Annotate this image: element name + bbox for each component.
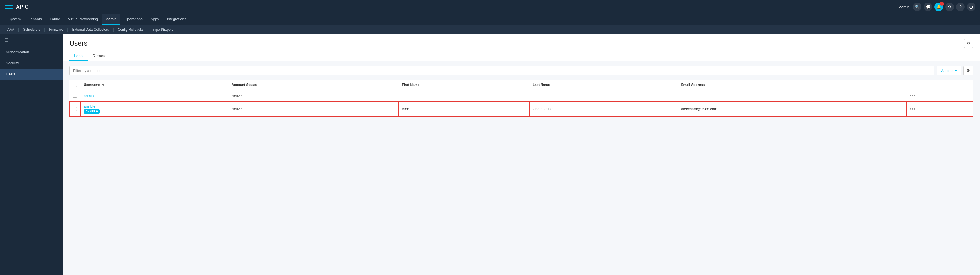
- sub-nav: AAA | Schedulers | Firmware | External D…: [0, 25, 980, 34]
- subnav-sep-2: |: [44, 28, 45, 32]
- nav-operations[interactable]: Operations: [120, 14, 146, 25]
- filter-input[interactable]: [70, 66, 934, 75]
- hamburger-icon[interactable]: ☰: [0, 34, 63, 46]
- help-icon-btn[interactable]: ?: [956, 3, 965, 11]
- nav-fabric[interactable]: Fabric: [46, 14, 64, 25]
- th-account-status: Account Status: [228, 80, 398, 90]
- row-lastname-cell: [529, 90, 678, 101]
- nav-integrations[interactable]: Integrations: [163, 14, 190, 25]
- row-checkbox[interactable]: [73, 94, 77, 98]
- top-bar-left: APIC: [5, 4, 29, 10]
- filter-bar: Actions ▾ ⚙: [70, 66, 973, 75]
- row-menu-icon[interactable]: •••: [910, 93, 916, 98]
- nav-tenants[interactable]: Tenants: [25, 14, 46, 25]
- row-lastname-cell: Chamberlain: [529, 101, 678, 117]
- table-area: Actions ▾ ⚙ Username ⇅: [63, 61, 980, 121]
- nav-apps[interactable]: Apps: [146, 14, 163, 25]
- subnav-firmware[interactable]: Firmware: [46, 25, 66, 34]
- table-header-row: Username ⇅ Account Status First Name Las…: [70, 80, 973, 90]
- row-status-cell: Active: [228, 101, 398, 117]
- notif-badge: 4: [940, 2, 944, 6]
- row-menu-cell: •••: [907, 90, 973, 101]
- th-last-name-label: Last Name: [533, 83, 550, 87]
- table-body: admin Active: [70, 90, 973, 117]
- select-all-checkbox[interactable]: [73, 83, 77, 87]
- subnav-schedulers[interactable]: Schedulers: [20, 25, 43, 34]
- th-checkbox: [70, 80, 80, 90]
- row-checkbox[interactable]: [73, 107, 77, 111]
- th-first-name-label: First Name: [402, 83, 420, 87]
- table-row: admin Active: [70, 90, 973, 101]
- row-menu-cell: •••: [907, 101, 973, 117]
- user-link-admin[interactable]: admin: [84, 94, 94, 98]
- page-title: Users: [70, 39, 88, 47]
- ansible-role-badge: ANSIBLE: [84, 109, 100, 114]
- page-header-top: Users ↻: [70, 39, 973, 48]
- username-sort-icon[interactable]: ⇅: [102, 83, 105, 87]
- tabs: Local Remote: [70, 51, 973, 61]
- row-checkbox-cell: [70, 90, 80, 101]
- refresh-button[interactable]: ↻: [964, 39, 973, 48]
- table-settings-button[interactable]: ⚙: [964, 66, 973, 75]
- subnav-import-export[interactable]: Import/Export: [150, 25, 175, 34]
- subnav-sep-1: |: [18, 28, 19, 32]
- row-firstname-cell: Alec: [398, 101, 529, 117]
- top-bar: APIC admin 🔍 💬 🔔 4 ⚙ ? ⏻: [0, 0, 980, 14]
- th-first-name: First Name: [398, 80, 529, 90]
- actions-chevron-icon: ▾: [955, 68, 957, 73]
- th-username: Username ⇅: [80, 80, 228, 90]
- actions-button[interactable]: Actions ▾: [937, 66, 961, 75]
- tab-remote[interactable]: Remote: [88, 51, 111, 61]
- main-nav: System Tenants Fabric Virtual Networking…: [0, 14, 980, 25]
- layout: ☰ Authentication Security Users Users ↻ …: [0, 34, 980, 275]
- row-email-cell: aleccham@cisco.com: [678, 101, 907, 117]
- settings-icon-btn[interactable]: ⚙: [945, 3, 954, 11]
- row-username-cell: admin: [80, 90, 228, 101]
- actions-label: Actions: [941, 68, 953, 73]
- subnav-sep-5: |: [147, 28, 148, 32]
- logout-icon-btn[interactable]: ⏻: [967, 3, 975, 11]
- subnav-config-rollbacks[interactable]: Config Rollbacks: [115, 25, 146, 34]
- search-icon-btn[interactable]: 🔍: [913, 3, 921, 11]
- admin-label: admin: [899, 5, 910, 9]
- nav-admin[interactable]: Admin: [102, 14, 120, 25]
- data-table: Username ⇅ Account Status First Name Las…: [70, 80, 973, 117]
- row-status: Active: [232, 107, 242, 111]
- th-username-label: Username: [84, 83, 100, 87]
- row-menu-icon[interactable]: •••: [910, 107, 916, 111]
- user-link-ansible[interactable]: ansible: [84, 104, 95, 108]
- nav-system[interactable]: System: [5, 14, 25, 25]
- row-lastname: Chamberlain: [533, 107, 554, 111]
- subnav-aaa[interactable]: AAA: [5, 25, 17, 34]
- row-email-cell: [678, 90, 907, 101]
- top-bar-right: admin 🔍 💬 🔔 4 ⚙ ? ⏻: [899, 3, 975, 11]
- tab-local[interactable]: Local: [70, 51, 88, 61]
- notifications-icon-btn[interactable]: 🔔 4: [934, 3, 943, 11]
- row-firstname-cell: [398, 90, 529, 101]
- th-account-status-label: Account Status: [232, 83, 257, 87]
- row-email: aleccham@cisco.com: [681, 107, 718, 111]
- th-last-name: Last Name: [529, 80, 678, 90]
- row-checkbox-cell: [70, 101, 80, 117]
- th-actions: [907, 80, 973, 90]
- row-firstname: Alec: [402, 107, 409, 111]
- page-header: Users ↻ Local Remote: [63, 34, 980, 61]
- th-email-address: Email Address: [678, 80, 907, 90]
- app-title: APIC: [16, 4, 29, 10]
- row-username-cell: ansible ANSIBLE: [80, 101, 228, 117]
- subnav-external-data-collectors[interactable]: External Data Collectors: [69, 25, 111, 34]
- messages-icon-btn[interactable]: 💬: [924, 3, 932, 11]
- row-status-cell: Active: [228, 90, 398, 101]
- nav-virtual-networking[interactable]: Virtual Networking: [64, 14, 102, 25]
- sidebar-item-security[interactable]: Security: [0, 57, 63, 68]
- table-row: ansible ANSIBLE Active Alec: [70, 101, 973, 117]
- table-head: Username ⇅ Account Status First Name Las…: [70, 80, 973, 90]
- sidebar-item-users[interactable]: Users: [0, 68, 63, 80]
- main-content: Users ↻ Local Remote Actions ▾ ⚙: [63, 34, 980, 275]
- th-email-address-label: Email Address: [681, 83, 705, 87]
- row-status: Active: [232, 94, 242, 98]
- cisco-logo: [5, 5, 13, 9]
- sidebar: ☰ Authentication Security Users: [0, 34, 63, 275]
- sidebar-item-authentication[interactable]: Authentication: [0, 46, 63, 57]
- subnav-sep-4: |: [113, 28, 114, 32]
